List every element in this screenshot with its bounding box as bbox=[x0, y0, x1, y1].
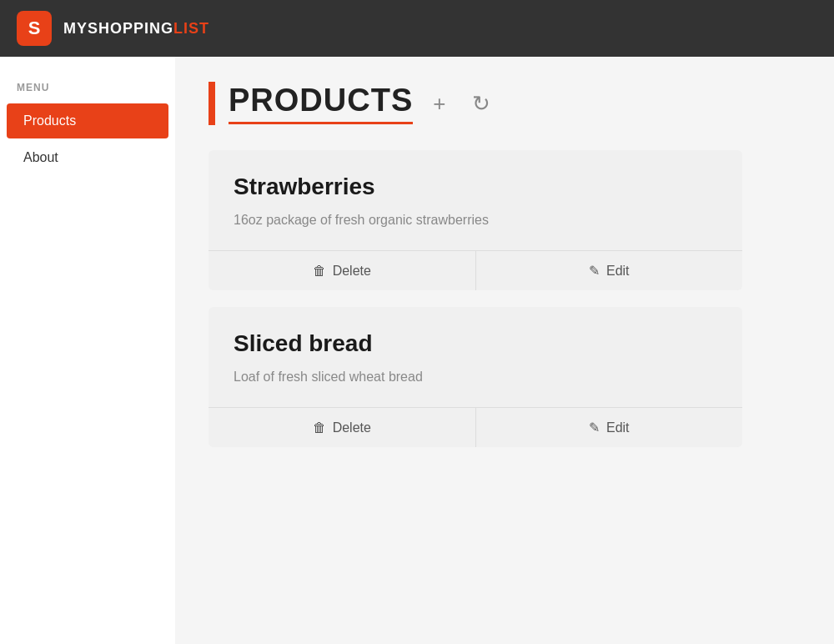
edit-label: Edit bbox=[606, 264, 630, 279]
sidebar: MENU Products About bbox=[0, 57, 175, 644]
sidebar-item-products[interactable]: Products bbox=[7, 103, 168, 138]
app-title: MYSHOPPINGLIST bbox=[63, 20, 209, 38]
delete-label: Delete bbox=[333, 420, 371, 435]
main-content: PRODUCTS + ↻ Strawberries 16oz package o… bbox=[175, 57, 834, 644]
product-card-body: Strawberries 16oz package of fresh organ… bbox=[208, 150, 742, 250]
edit-label: Edit bbox=[606, 420, 630, 435]
app-header: S MYSHOPPINGLIST bbox=[0, 0, 834, 57]
title-accent bbox=[208, 82, 215, 125]
delete-button[interactable]: 🗑 Delete bbox=[208, 251, 475, 290]
product-card: Sliced bread Loaf of fresh sliced wheat … bbox=[208, 307, 742, 447]
brand-shopping: SHOPPING bbox=[88, 20, 173, 37]
app-logo: S bbox=[17, 11, 52, 46]
product-name: Sliced bread bbox=[234, 330, 717, 357]
edit-button[interactable]: ✎ Edit bbox=[475, 251, 743, 290]
app-layout: MENU Products About PRODUCTS + ↻ Strawbe… bbox=[0, 57, 834, 644]
sidebar-item-about[interactable]: About bbox=[7, 140, 168, 175]
page-title: PRODUCTS bbox=[229, 83, 413, 124]
trash-icon: 🗑 bbox=[313, 264, 326, 279]
add-product-button[interactable]: + bbox=[426, 89, 452, 118]
product-card: Strawberries 16oz package of fresh organ… bbox=[208, 150, 742, 290]
delete-label: Delete bbox=[333, 264, 371, 279]
brand-my: MY bbox=[63, 20, 88, 37]
product-card-body: Sliced bread Loaf of fresh sliced wheat … bbox=[208, 307, 742, 407]
product-name: Strawberries bbox=[234, 174, 717, 200]
page-header: PRODUCTS + ↻ bbox=[208, 82, 801, 125]
edit-icon: ✎ bbox=[589, 263, 600, 279]
edit-icon: ✎ bbox=[589, 420, 600, 435]
brand-list: LIST bbox=[173, 20, 209, 37]
add-icon: + bbox=[433, 93, 445, 114]
product-description: 16oz package of fresh organic strawberri… bbox=[234, 210, 717, 230]
refresh-button[interactable]: ↻ bbox=[465, 89, 497, 118]
logo-letter: S bbox=[28, 18, 41, 39]
sidebar-menu-label: MENU bbox=[0, 82, 175, 103]
edit-button[interactable]: ✎ Edit bbox=[475, 408, 743, 447]
product-card-actions: 🗑 Delete ✎ Edit bbox=[208, 250, 742, 290]
delete-button[interactable]: 🗑 Delete bbox=[208, 408, 475, 447]
trash-icon: 🗑 bbox=[313, 420, 326, 435]
refresh-icon: ↻ bbox=[472, 93, 490, 114]
product-card-actions: 🗑 Delete ✎ Edit bbox=[208, 407, 742, 447]
product-description: Loaf of fresh sliced wheat bread bbox=[234, 367, 717, 387]
